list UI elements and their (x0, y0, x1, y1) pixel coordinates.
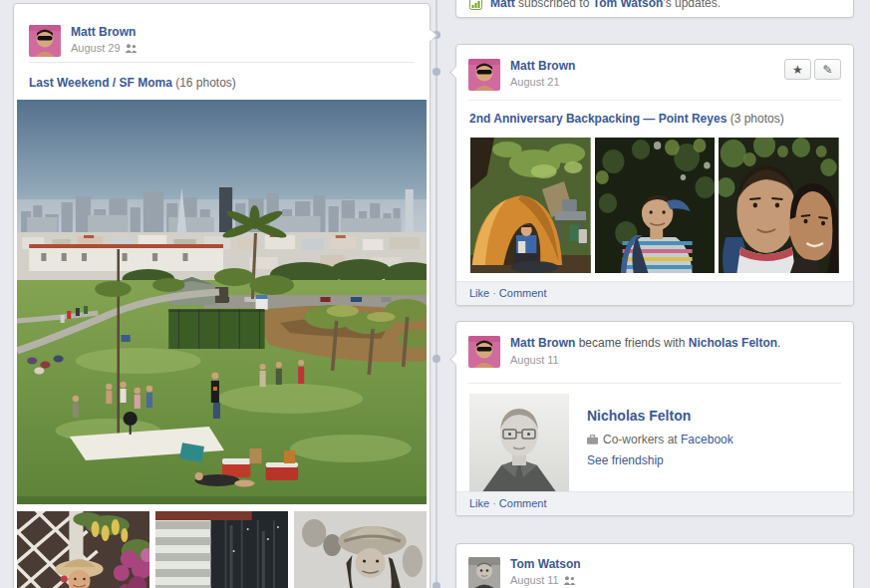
subscribe-icon (469, 0, 482, 10)
subscribed-target-link[interactable]: Tom Watson (593, 0, 664, 10)
post-date: August 29 (71, 42, 121, 54)
campsite-tent-photo (470, 138, 591, 273)
friend-profile-card: Nicholas Felton Co-workers at Facebook S… (469, 394, 841, 493)
album-photo-count: (16 photos) (175, 76, 236, 90)
woman-hat-flowers-photo (17, 511, 149, 588)
friend-story-text: Matt Brown became friends with Nicholas … (510, 336, 780, 351)
like-link[interactable]: Like (469, 287, 489, 299)
post-author-block: Matt Brown August 29 (71, 25, 138, 54)
avatar-matt-brown[interactable] (29, 25, 61, 57)
post-subscribed-story: Matt subscribed to Tom Watson's updates. (455, 0, 854, 18)
timeline-dot (433, 68, 440, 76)
woman-straw-hat-grayscale-photo (294, 511, 427, 588)
post-dateline: August 21 (510, 76, 575, 88)
friend-verb: became friends with (575, 336, 688, 350)
post-dateline: August 11 (510, 574, 581, 586)
subscriber-link[interactable]: Matt (490, 0, 515, 10)
avatar-matt-brown[interactable] (468, 336, 500, 368)
post-album-backpacking: Matt Brown August 21 ★ ✎ 2nd Anniversary… (455, 44, 854, 306)
work-text: Co-workers at Facebook (603, 433, 733, 446)
edit-pencil-button[interactable]: ✎ (814, 59, 841, 80)
post-author-block: Matt Brown August 21 (510, 59, 575, 88)
album-title-link[interactable]: 2nd Anniversary Backpacking — Point Reye… (469, 112, 726, 126)
post-became-friends: Matt Brown became friends with Nicholas … (455, 321, 854, 516)
album-photo-3[interactable] (719, 138, 839, 273)
album-thumbnail-1[interactable] (17, 511, 149, 588)
timeline-spine (435, 0, 437, 588)
pencil-icon: ✎ (822, 63, 832, 77)
matt-brown-avatar-image (468, 336, 500, 368)
comment-link[interactable]: Comment (499, 497, 547, 509)
hiker-striped-shirt-photo (595, 138, 716, 273)
post-dateline: August 11 (510, 354, 780, 366)
friend-work-line: Co-workers at Facebook (587, 433, 733, 446)
album-title-line: 2nd Anniversary Backpacking — Point Reye… (469, 112, 840, 126)
workplace-link[interactable]: Facebook (681, 433, 733, 446)
album-photo-count: (3 photos) (730, 112, 784, 126)
footer-separator: · (492, 287, 496, 299)
see-friendship-line: See friendship (587, 453, 733, 467)
album-main-photo[interactable] (17, 100, 427, 504)
subscribed-verb: subscribed to (515, 0, 593, 10)
friend-tail: . (777, 336, 780, 350)
matt-brown-avatar-image (468, 59, 500, 91)
subscribed-tail: 's updates. (663, 0, 721, 10)
post-tom-watson: Tom Watson August 11 (455, 543, 854, 588)
author-link[interactable]: Matt Brown (510, 336, 575, 350)
author-link[interactable]: Tom Watson (510, 557, 581, 571)
divider (468, 100, 841, 101)
album-title-line: Last Weekend / SF Moma (16 photos) (29, 76, 415, 90)
timeline-dot (433, 355, 440, 363)
post-footer: Like·Comment (456, 281, 853, 305)
author-link[interactable]: Matt Brown (510, 59, 575, 73)
work-prefix: Co-workers at (603, 433, 681, 446)
friends-audience-icon (125, 44, 138, 53)
album-title-link[interactable]: Last Weekend / SF Moma (29, 76, 172, 90)
feature-star-button[interactable]: ★ (784, 59, 811, 80)
avatar-matt-brown[interactable] (468, 59, 500, 91)
friend-profile-photo[interactable] (469, 394, 569, 493)
album-photo-strip (470, 138, 839, 273)
author-link[interactable]: Matt Brown (71, 25, 138, 39)
friend-profile-name[interactable]: Nicholas Felton (587, 408, 733, 424)
tom-watson-avatar-image (468, 557, 500, 588)
post-album-sf-moma: Matt Brown August 29 Last Weekend / SF M… (13, 3, 431, 588)
post-date: August 11 (510, 574, 559, 586)
friend-link[interactable]: Nicholas Felton (689, 336, 777, 350)
subscribed-story-row: Matt subscribed to Tom Watson's updates. (469, 0, 721, 10)
comment-link[interactable]: Comment (499, 287, 547, 299)
briefcase-icon (587, 435, 598, 444)
post-date: August 11 (510, 354, 559, 366)
footer-separator: · (492, 497, 496, 509)
friends-audience-icon (563, 576, 576, 585)
like-link[interactable]: Like (469, 497, 489, 509)
post-author-block: Tom Watson August 11 (510, 557, 581, 586)
timeline-dot (433, 582, 440, 588)
striped-building-photo (155, 511, 288, 588)
see-friendship-link[interactable]: See friendship (587, 453, 664, 467)
subscribed-story-text: Matt subscribed to Tom Watson's updates. (490, 0, 721, 10)
divider (29, 62, 415, 63)
post-header: Matt Brown became friends with Nicholas … (468, 336, 841, 368)
divider (468, 383, 841, 384)
post-header: Tom Watson August 11 (468, 557, 841, 588)
album-thumbnail-strip (17, 511, 427, 588)
album-thumbnail-3[interactable] (294, 511, 427, 588)
post-date: August 21 (510, 76, 560, 88)
avatar-tom-watson[interactable] (468, 557, 500, 588)
post-header: Matt Brown August 21 ★ ✎ (468, 59, 841, 91)
nicholas-felton-portrait-photo (469, 394, 569, 493)
couple-closeup-photo (719, 138, 839, 273)
star-icon: ★ (792, 63, 803, 77)
matt-brown-avatar-image (29, 25, 61, 57)
post-action-buttons: ★ ✎ (784, 59, 841, 80)
post-dateline: August 29 (71, 42, 138, 54)
album-photo-1[interactable] (470, 138, 591, 273)
album-thumbnail-2[interactable] (155, 511, 288, 588)
post-author-block: Matt Brown became friends with Nicholas … (510, 336, 780, 366)
dolores-park-sf-skyline-photo (17, 100, 427, 504)
album-photo-2[interactable] (595, 138, 716, 273)
friend-profile-info: Nicholas Felton Co-workers at Facebook S… (587, 394, 733, 493)
post-header: Matt Brown August 29 (29, 25, 415, 57)
post-footer: Like·Comment (456, 491, 853, 515)
